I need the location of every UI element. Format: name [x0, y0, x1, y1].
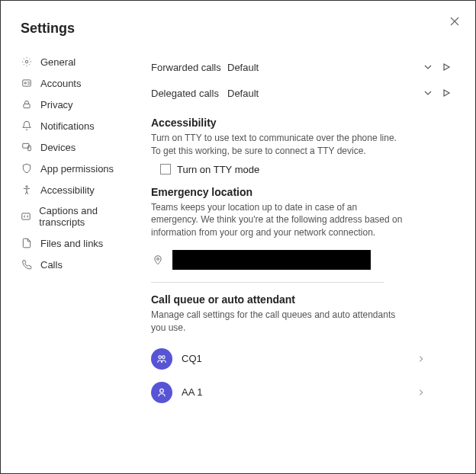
emergency-heading: Emergency location [151, 186, 455, 198]
sidebar-item-label: Devices [40, 142, 76, 153]
devices-icon [21, 141, 33, 153]
tty-checkbox[interactable] [160, 164, 171, 175]
sidebar-item-label: Privacy [40, 99, 73, 110]
emergency-section: Emergency location Teams keeps your loca… [151, 186, 455, 271]
sidebar-item-label: Calls [40, 259, 63, 271]
accessibility-heading: Accessibility [151, 117, 455, 129]
tty-checkbox-label: Turn on TTY mode [177, 164, 259, 175]
sidebar-item-label: App permissions [40, 163, 114, 175]
svg-point-10 [162, 355, 166, 358]
forwarded-calls-value: Default [227, 62, 419, 73]
accessibility-section: Accessibility Turn on TTY to use text to… [151, 117, 455, 175]
file-icon [21, 237, 33, 249]
sidebar-item-accessibility[interactable]: Accessibility [21, 182, 135, 197]
svg-rect-3 [24, 104, 30, 107]
sidebar-item-privacy[interactable]: Privacy [21, 97, 135, 112]
phone-icon [21, 258, 33, 271]
cqaa-desc: Manage call settings for the call queues… [151, 309, 403, 335]
sidebar-item-label: Accessibility [40, 184, 95, 196]
chevron-right-icon [417, 386, 455, 399]
settings-sidebar: General Accounts Privacy Notifications D… [21, 54, 135, 272]
sidebar-item-accounts[interactable]: Accounts [21, 75, 135, 91]
sidebar-item-label: Captions and transcripts [39, 205, 135, 228]
cqaa-item-label: AA 1 [182, 386, 408, 398]
accessibility-desc: Turn on TTY to use text to communicate o… [151, 132, 403, 158]
sidebar-item-calls[interactable]: Calls [21, 257, 135, 272]
sidebar-item-general[interactable]: General [21, 54, 135, 69]
sidebar-item-devices[interactable]: Devices [21, 139, 135, 155]
section-divider [151, 282, 384, 283]
sidebar-item-app-permissions[interactable]: App permissions [21, 161, 135, 176]
close-icon [450, 17, 459, 26]
emergency-location-value-redacted [172, 250, 371, 270]
play-icon[interactable] [437, 62, 455, 72]
accessibility-icon [21, 184, 33, 196]
page-title: Settings [21, 21, 75, 37]
bell-icon [21, 120, 33, 132]
location-pin-icon [151, 253, 165, 267]
svg-rect-1 [23, 80, 31, 86]
cqaa-list: CQ1 AA 1 [151, 345, 455, 406]
emergency-location-row [151, 248, 455, 271]
cqaa-heading: Call queue or auto attendant [151, 293, 455, 306]
call-queue-item[interactable]: CQ1 [151, 345, 455, 373]
sidebar-item-captions[interactable]: Captions and transcripts [21, 203, 135, 229]
gear-icon [21, 56, 33, 68]
forwarded-calls-row[interactable]: Forwarded calls Default [151, 54, 455, 80]
tty-checkbox-row[interactable]: Turn on TTY mode [160, 164, 455, 175]
svg-point-0 [25, 60, 28, 63]
delegated-calls-value: Default [227, 88, 419, 99]
close-button[interactable] [448, 14, 462, 28]
svg-point-9 [159, 355, 162, 358]
svg-point-2 [24, 82, 26, 84]
cc-icon [21, 210, 31, 223]
settings-window: Settings General Accounts Privacy Notifi… [0, 0, 476, 474]
chevron-down-icon[interactable] [419, 62, 437, 72]
lock-icon [21, 98, 33, 110]
call-queue-icon [151, 348, 172, 370]
emergency-desc: Teams keeps your location up to date in … [151, 201, 403, 239]
cqaa-section: Call queue or auto attendant Manage call… [151, 293, 455, 406]
svg-rect-7 [22, 213, 31, 219]
settings-main: Forwarded calls Default Delegated calls … [151, 54, 455, 458]
chevron-down-icon[interactable] [419, 88, 437, 98]
cqaa-item-label: CQ1 [182, 353, 408, 364]
sidebar-item-label: General [40, 56, 76, 68]
shield-icon [21, 162, 33, 175]
forwarded-calls-label: Forwarded calls [151, 62, 227, 73]
svg-point-8 [157, 258, 159, 260]
svg-point-11 [160, 389, 164, 392]
delegated-calls-label: Delegated calls [151, 88, 227, 99]
sidebar-item-label: Notifications [40, 120, 95, 132]
sidebar-item-notifications[interactable]: Notifications [21, 118, 135, 133]
auto-attendant-icon [151, 382, 172, 403]
sidebar-item-label: Files and links [40, 238, 103, 249]
play-icon[interactable] [437, 88, 455, 98]
chevron-right-icon [417, 352, 455, 366]
svg-point-6 [26, 186, 27, 187]
sidebar-item-label: Accounts [40, 78, 81, 89]
delegated-calls-row[interactable]: Delegated calls Default [151, 80, 455, 106]
sidebar-item-files[interactable]: Files and links [21, 235, 135, 251]
auto-attendant-item[interactable]: AA 1 [151, 379, 455, 406]
account-icon [21, 77, 33, 89]
